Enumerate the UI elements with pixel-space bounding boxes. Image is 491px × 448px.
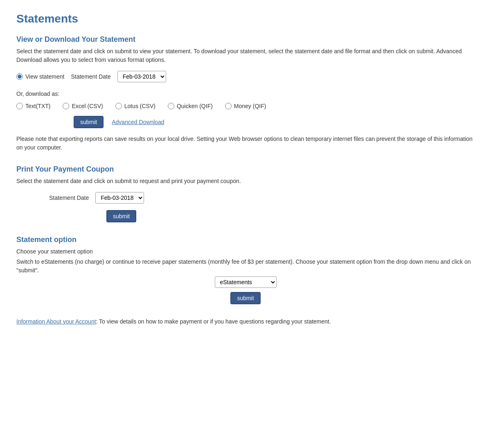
- statement-date-select[interactable]: Feb-03-2018 Jan-03-2018 Dec-03-2017 Nov-…: [117, 71, 166, 82]
- view-download-description: Select the statement date and click on s…: [16, 47, 475, 64]
- advanced-download-link[interactable]: Advanced Download: [112, 119, 164, 125]
- info-about-account-link[interactable]: Information About your Account: [16, 318, 96, 325]
- download-option-quicken[interactable]: Quicken (QIF): [168, 103, 213, 109]
- download-radio-quicken[interactable]: [168, 103, 174, 109]
- download-radio-excel[interactable]: [63, 103, 69, 109]
- download-radio-money[interactable]: [225, 103, 232, 109]
- choose-option-label: Choose your statement option: [16, 247, 475, 256]
- download-options-row: Text(TXT) Excel (CSV) Lotus (CSV) Quicke…: [16, 103, 475, 109]
- download-option-txt[interactable]: Text(TXT): [16, 103, 50, 109]
- coupon-submit-row: submit: [16, 210, 475, 222]
- statement-option-description: Switch to eStatements (no charge) or con…: [16, 258, 475, 275]
- statement-date-label: Statement Date: [71, 73, 110, 80]
- info-section: Information About your Account: To view …: [16, 317, 475, 326]
- view-statement-radio[interactable]: [16, 73, 23, 80]
- download-option-excel[interactable]: Excel (CSV): [63, 103, 103, 109]
- download-as-label: Or, download as:: [16, 91, 475, 97]
- download-label-quicken: Quicken (QIF): [177, 103, 213, 109]
- view-download-title: View or Download Your Statement: [16, 35, 475, 44]
- view-statement-row: View statement Statement Date Feb-03-201…: [16, 71, 475, 82]
- payment-coupon-section: Print Your Payment Coupon Select the sta…: [16, 165, 475, 222]
- info-section-text: : To view details on how to make payment…: [96, 318, 331, 325]
- view-download-submit-row: submit Advanced Download: [16, 116, 475, 128]
- payment-coupon-description: Select the statement date and click on s…: [16, 177, 475, 186]
- payment-coupon-title: Print Your Payment Coupon: [16, 165, 475, 174]
- statement-option-title: Statement option: [16, 235, 475, 244]
- statement-option-section: Statement option Choose your statement o…: [16, 235, 475, 304]
- coupon-form-row: Statement Date Feb-03-2018 Jan-03-2018 D…: [16, 192, 475, 204]
- download-label-money: Money (QIF): [234, 103, 266, 109]
- download-radio-txt[interactable]: [16, 103, 23, 109]
- coupon-date-label: Statement Date: [49, 195, 89, 201]
- download-radio-lotus[interactable]: [115, 103, 122, 109]
- export-note: Please note that exporting reports can s…: [16, 135, 475, 152]
- option-submit-row: submit: [16, 292, 475, 304]
- option-submit-button[interactable]: submit: [230, 292, 260, 304]
- download-option-money[interactable]: Money (QIF): [225, 103, 266, 109]
- download-label-excel: Excel (CSV): [72, 103, 103, 109]
- download-label-lotus: Lotus (CSV): [124, 103, 155, 109]
- view-statement-label: View statement: [25, 73, 64, 80]
- coupon-submit-button[interactable]: submit: [106, 210, 136, 222]
- coupon-date-select[interactable]: Feb-03-2018 Jan-03-2018 Dec-03-2017 Nov-…: [95, 192, 144, 204]
- page-title: Statements: [16, 12, 475, 25]
- download-option-lotus[interactable]: Lotus (CSV): [115, 103, 155, 109]
- option-select-row: eStatements Paper Statements: [16, 276, 475, 288]
- view-statement-radio-label[interactable]: View statement: [16, 73, 64, 80]
- download-label-txt: Text(TXT): [25, 103, 50, 109]
- view-download-section: View or Download Your Statement Select t…: [16, 35, 475, 152]
- view-download-submit-button[interactable]: submit: [74, 116, 104, 128]
- statement-option-select[interactable]: eStatements Paper Statements: [215, 276, 277, 288]
